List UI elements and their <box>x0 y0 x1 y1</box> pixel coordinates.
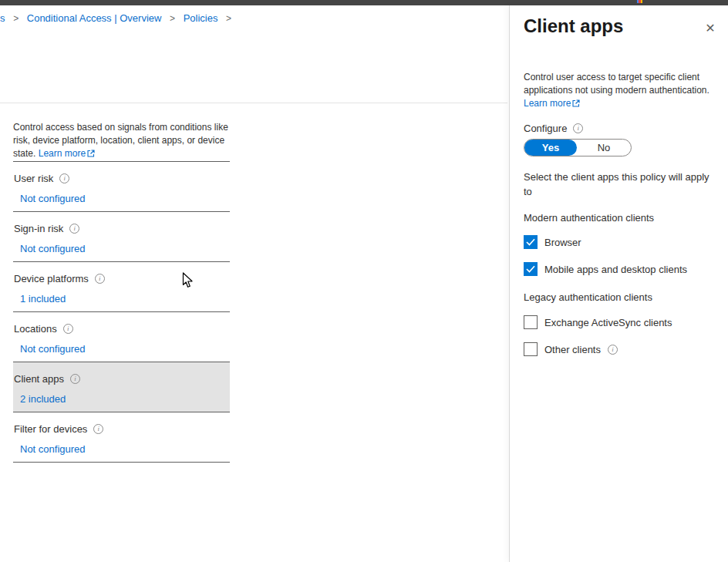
info-icon[interactable]: i <box>59 173 69 183</box>
checkbox-row-browser[interactable]: Browser <box>524 235 581 249</box>
configure-label-row: Configure i <box>524 123 583 134</box>
panel-description: Control user access to target specific c… <box>524 71 723 111</box>
info-icon[interactable]: i <box>608 345 618 355</box>
condition-row-filter-for-devices[interactable]: Filter for devices i Not configured <box>13 412 230 463</box>
condition-value-link[interactable]: Not configured <box>20 243 86 254</box>
checkbox-row-exchange-activesync[interactable]: Exchange ActiveSync clients <box>524 315 672 329</box>
condition-label: Locations <box>14 323 57 335</box>
condition-value-link[interactable]: 2 included <box>20 393 66 405</box>
checkbox-label: Other clients <box>544 344 601 355</box>
content-divider <box>0 103 507 103</box>
checkbox-row-mobile-apps[interactable]: Mobile apps and desktop clients <box>524 262 687 276</box>
panel-description-text: Control user access to target specific c… <box>524 72 709 96</box>
condition-row-client-apps[interactable]: Client apps i 2 included <box>13 362 230 412</box>
checkbox-row-other-clients[interactable]: Other clients i <box>524 342 618 356</box>
condition-label-line: Client apps i <box>13 362 230 385</box>
conditions-panel: Control access based on signals from con… <box>13 121 230 463</box>
configure-label: Configure <box>524 123 567 134</box>
top-bar <box>0 0 728 5</box>
breadcrumb: s > Conditional Access | Overview > Poli… <box>0 12 237 24</box>
condition-row-user-risk[interactable]: User risk i Not configured <box>13 162 230 212</box>
panel-title: Client apps <box>524 15 623 37</box>
breadcrumb-item-conditional-access[interactable]: Conditional Access | Overview <box>27 12 162 24</box>
condition-label-line: Filter for devices i <box>13 412 230 435</box>
checkbox-checked-icon[interactable] <box>524 235 538 249</box>
learn-more-label: Learn more <box>39 148 86 159</box>
condition-row-sign-in-risk[interactable]: Sign-in risk i Not configured <box>13 212 230 262</box>
condition-value-link[interactable]: Not configured <box>20 343 86 355</box>
chevron-right-icon: > <box>226 13 231 24</box>
learn-more-link[interactable]: Learn more <box>39 148 95 159</box>
conditions-description: Control access based on signals from con… <box>13 121 230 161</box>
group-label-legacy-auth: Legacy authentication clients <box>524 291 652 303</box>
condition-label: Device platforms <box>14 273 89 284</box>
info-icon[interactable]: i <box>63 324 73 334</box>
client-apps-panel: Client apps ✕ Control user access to tar… <box>509 5 728 562</box>
checkbox-label: Browser <box>544 237 581 248</box>
chevron-right-icon: > <box>170 13 175 24</box>
checkbox-unchecked-icon[interactable] <box>524 315 538 329</box>
conditions-list: User risk i Not configured Sign-in risk … <box>13 161 230 463</box>
condition-label-line: Device platforms i <box>13 262 230 284</box>
favicon-sliver <box>637 0 642 3</box>
toggle-option-no[interactable]: No <box>577 140 631 156</box>
condition-row-device-platforms[interactable]: Device platforms i 1 included <box>13 262 230 312</box>
condition-label: Sign-in risk <box>14 223 63 234</box>
condition-label: User risk <box>14 173 53 184</box>
condition-row-locations[interactable]: Locations i Not configured <box>13 312 230 362</box>
condition-label: Client apps <box>14 373 64 385</box>
condition-value-link[interactable]: 1 included <box>20 293 66 305</box>
checkbox-unchecked-icon[interactable] <box>524 342 538 356</box>
condition-label-line: Locations i <box>13 312 230 335</box>
breadcrumb-item-truncated[interactable]: s <box>0 12 5 24</box>
configure-toggle[interactable]: Yes No <box>524 139 632 156</box>
group-label-modern-auth: Modern authentication clients <box>524 212 654 224</box>
info-icon[interactable]: i <box>69 224 79 234</box>
learn-more-link[interactable]: Learn more <box>524 98 580 109</box>
checkbox-label: Exchange ActiveSync clients <box>544 317 672 328</box>
info-icon[interactable]: i <box>70 374 80 384</box>
toggle-option-yes[interactable]: Yes <box>524 140 577 156</box>
checkbox-label: Mobile apps and desktop clients <box>544 264 687 275</box>
info-icon[interactable]: i <box>573 123 583 133</box>
checkbox-checked-icon[interactable] <box>524 262 538 276</box>
external-link-icon <box>572 98 580 111</box>
select-prompt: Select the client apps this policy will … <box>524 170 710 199</box>
learn-more-label: Learn more <box>524 98 571 109</box>
chevron-right-icon: > <box>13 13 19 24</box>
condition-label-line: Sign-in risk i <box>13 212 230 234</box>
condition-value-link[interactable]: Not configured <box>20 193 86 204</box>
info-icon[interactable]: i <box>95 274 105 284</box>
condition-label-line: User risk i <box>13 162 230 184</box>
external-link-icon <box>87 148 95 161</box>
close-icon[interactable]: ✕ <box>703 20 718 35</box>
breadcrumb-item-policies[interactable]: Policies <box>184 12 218 24</box>
condition-value-link[interactable]: Not configured <box>20 443 86 455</box>
condition-label: Filter for devices <box>14 423 87 435</box>
info-icon[interactable]: i <box>93 424 103 434</box>
